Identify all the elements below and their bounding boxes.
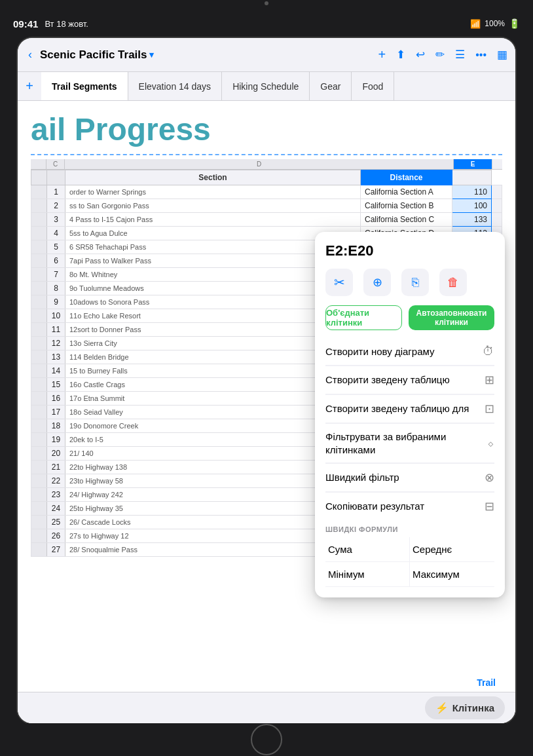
col-c-header: C [46, 159, 65, 169]
trail-name-cell: 4 Pass to I-15 Cajon Pass [65, 213, 361, 227]
ctx-item-2[interactable]: Створити зведену таблицю для⊡ [325, 395, 494, 423]
trail-tab-label: Trail [477, 677, 496, 688]
action-row: Об'єднати клітинки Автозаповнювати кліти… [325, 305, 494, 330]
app-toolbar: ‹ Scenic Pacific Trails ▾ + ⬆ ↩ ✏ ☰ ••• … [18, 38, 515, 72]
layout-button[interactable]: ▦ [497, 48, 507, 62]
tab-gear[interactable]: Gear [310, 72, 352, 100]
progress-header: ail Progress [18, 101, 515, 153]
selection-separator [31, 154, 502, 155]
toolbar-icons: + ⬆ ↩ ✏ ☰ ••• ▦ [378, 47, 508, 62]
table-row[interactable]: 1order to Warner SpringsCalifornia Secti… [31, 185, 502, 199]
col-headers: C D E [31, 159, 502, 170]
tab-trail-segments[interactable]: Trail Segments [41, 72, 128, 100]
avg-formula[interactable]: Середнє [410, 537, 494, 562]
home-button[interactable] [251, 724, 282, 755]
th-distance: Distance [361, 170, 452, 185]
delete-icon: 🗑 [447, 276, 459, 290]
cut-button[interactable]: ✂ [325, 269, 353, 296]
more-button[interactable]: ••• [475, 49, 487, 61]
ctx-item-icon-5: ⊟ [485, 499, 494, 514]
tab-hiking-schedule[interactable]: Hiking Schedule [222, 72, 310, 100]
table-row[interactable]: 34 Pass to I-15 Cajon PassCalifornia Sec… [31, 213, 502, 227]
cut-icon: ✂ [334, 274, 345, 290]
cell-btn-label: Клітинка [452, 702, 494, 713]
trail-name-cell: order to Warner Springs [65, 185, 361, 199]
ctx-item-icon-0: ⏱ [483, 345, 494, 358]
trail-name-cell: ss to San Gorgonio Pass [65, 199, 361, 213]
ctx-item-4[interactable]: Швидкий фільтр⊗ [325, 464, 494, 492]
undo-button[interactable]: ↩ [416, 48, 425, 62]
cell-btn-icon: ⚡ [435, 702, 449, 714]
table-row[interactable]: 2ss to San Gorgonio PassCalifornia Secti… [31, 199, 502, 213]
tab-bar: + Trail Segments Elevation 14 days Hikin… [18, 72, 515, 101]
quick-formulas-label: ШВИДКІ ФОРМУЛИ [325, 520, 494, 537]
ctx-item-5[interactable]: Скопіювати результат⊟ [325, 493, 494, 520]
paste-icon: ⎘ [412, 276, 419, 290]
tab-elevation[interactable]: Elevation 14 days [128, 72, 223, 100]
bottom-toolbar: ⚡ Клітинка [18, 692, 515, 723]
autofill-button[interactable]: Автозаповнювати клітинки [409, 305, 494, 330]
battery-icon: 🔋 [509, 18, 520, 29]
wifi-icon: 📶 [470, 19, 481, 29]
device-frame: ‹ Scenic Pacific Trails ▾ + ⬆ ↩ ✏ ☰ ••• … [18, 38, 515, 723]
merge-cells-button[interactable]: Об'єднати клітинки [325, 305, 402, 330]
tab-food[interactable]: Food [352, 72, 394, 100]
tab-add-button[interactable]: + [18, 72, 41, 100]
ctx-item-icon-2: ⊡ [485, 402, 494, 416]
copy-icon: ⊕ [373, 275, 382, 290]
ctx-item-1[interactable]: Створити зведену таблицю⊞ [325, 366, 494, 394]
battery-percent: 100% [485, 19, 505, 28]
min-formula[interactable]: Мінімум [325, 562, 410, 587]
cell-ref: E2:E20 [325, 242, 494, 259]
home-bar [0, 723, 533, 756]
main-content: ail Progress C D E Section [18, 101, 515, 723]
max-formula[interactable]: Максимум [410, 562, 494, 587]
top-indicator [265, 1, 268, 5]
status-time: 09:41 [13, 18, 38, 29]
paste-button[interactable]: ⎘ [401, 269, 429, 296]
quick-formulas: Сума Середнє Мінімум Максимум [325, 537, 494, 587]
ctx-item-icon-4: ⊗ [485, 470, 494, 485]
ctx-item-icon-1: ⊞ [485, 373, 494, 387]
menu-button[interactable]: ☰ [455, 48, 465, 62]
ctx-item-3[interactable]: Фільтрувати за вибраними клітинками⬦ [325, 424, 494, 463]
share-button[interactable]: ⬆ [396, 48, 405, 62]
col-d-header: D [65, 159, 454, 169]
status-bar: 09:41 Вт 18 жовт. 📶 100% 🔋 [0, 9, 533, 38]
back-button[interactable]: ‹ [26, 45, 35, 64]
title-chevron-icon: ▾ [149, 50, 154, 60]
add-button[interactable]: + [378, 47, 386, 62]
col-e-header: E [454, 159, 492, 169]
th-section: Section [65, 170, 361, 185]
ctx-item-icon-3: ⬦ [487, 436, 494, 450]
doc-title-text: Scenic Pacific Trails [40, 48, 147, 62]
cell-button[interactable]: ⚡ Клітинка [425, 696, 505, 719]
brush-button[interactable]: ✏ [435, 48, 445, 62]
status-date: Вт 18 жовт. [45, 19, 88, 29]
context-menu: E2:E20 ✂ ⊕ ⎘ 🗑 Об'єднати клітинки [315, 232, 505, 597]
status-right: 📶 100% 🔋 [470, 18, 520, 29]
ctx-item-0[interactable]: Створити нову діаграму⏱ [325, 338, 494, 366]
doc-title[interactable]: Scenic Pacific Trails ▾ [40, 48, 154, 62]
delete-button[interactable]: 🗑 [439, 269, 467, 296]
copy-button[interactable]: ⊕ [363, 269, 391, 296]
sum-formula[interactable]: Сума [325, 537, 410, 562]
context-menu-items: Створити нову діаграму⏱Створити зведену … [325, 338, 494, 520]
context-menu-icons: ✂ ⊕ ⎘ 🗑 [325, 269, 494, 296]
